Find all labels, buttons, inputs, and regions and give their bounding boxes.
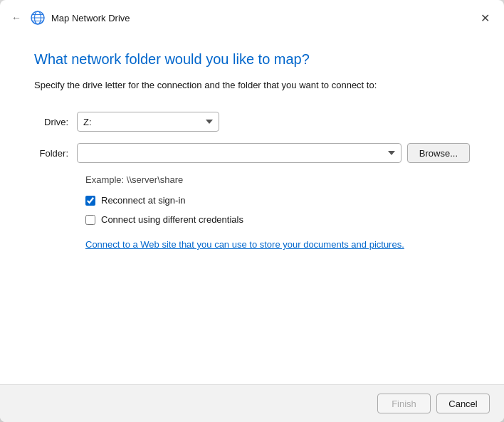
- reconnect-checkbox[interactable]: [85, 196, 95, 206]
- website-link[interactable]: Connect to a Web site that you can use t…: [85, 239, 404, 250]
- drive-select[interactable]: Z: Y: X: W: V: U: T:: [77, 112, 219, 132]
- reconnect-label[interactable]: Reconnect at sign-in: [101, 195, 186, 206]
- title-bar: ← Map Network Drive ✕: [0, 0, 504, 31]
- example-text: Example: \\server\share: [85, 174, 470, 185]
- dialog-window: ← Map Network Drive ✕ What network folde…: [0, 0, 504, 422]
- drive-control: Z: Y: X: W: V: U: T:: [77, 112, 470, 132]
- dialog-content: What network folder would you like to ma…: [0, 31, 504, 384]
- dialog-footer: Finish Cancel: [0, 384, 504, 422]
- dialog-title: Map Network Drive: [51, 13, 130, 23]
- reconnect-row: Reconnect at sign-in: [85, 195, 470, 206]
- description-text: Specify the drive letter for the connect…: [34, 79, 470, 92]
- link-row: Connect to a Web site that you can use t…: [85, 239, 470, 250]
- cancel-button[interactable]: Cancel: [436, 394, 490, 413]
- browse-button[interactable]: Browse...: [407, 143, 470, 163]
- finish-button[interactable]: Finish: [377, 394, 431, 413]
- folder-row: Folder: Browse...: [34, 143, 470, 163]
- folder-control: Browse...: [77, 143, 470, 163]
- credentials-checkbox[interactable]: [85, 215, 95, 225]
- drive-label: Drive:: [34, 117, 77, 127]
- drive-row: Drive: Z: Y: X: W: V: U: T:: [34, 112, 470, 132]
- credentials-row: Connect using different credentials: [85, 214, 470, 225]
- credentials-label[interactable]: Connect using different credentials: [101, 214, 243, 225]
- back-button[interactable]: ←: [11, 12, 21, 23]
- folder-input[interactable]: [77, 143, 401, 163]
- network-drive-icon: [30, 10, 46, 26]
- folder-label: Folder:: [34, 148, 77, 159]
- page-heading: What network folder would you like to ma…: [34, 51, 470, 68]
- close-button[interactable]: ✕: [474, 7, 495, 28]
